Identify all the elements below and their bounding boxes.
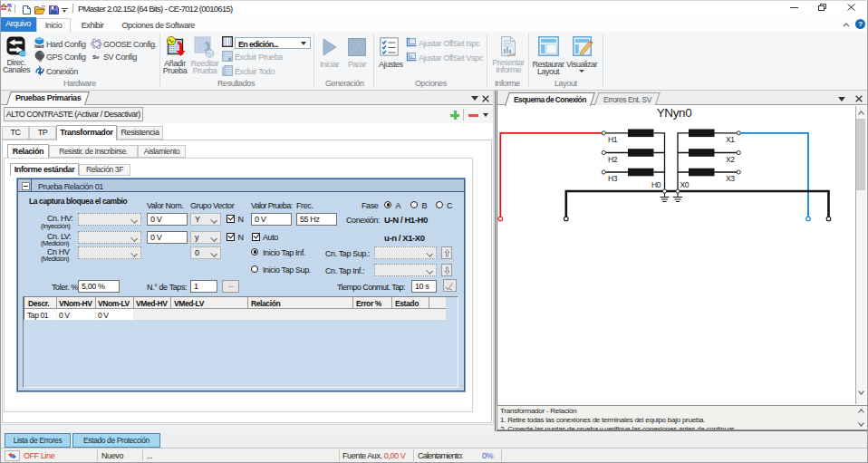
svg-text:H2: H2	[608, 155, 618, 164]
svg-text:H1: H1	[608, 135, 618, 144]
svg-text:X2: X2	[726, 155, 735, 164]
svg-text:A: A	[8, 7, 12, 12]
svg-text:X3: X3	[726, 174, 735, 183]
svg-text:H3: H3	[608, 174, 618, 183]
svg-text:hard: hard	[34, 43, 43, 48]
svg-text:YNyn0: YNyn0	[657, 106, 692, 120]
svg-text:H0: H0	[651, 180, 661, 189]
svg-text:X1: X1	[726, 135, 735, 144]
svg-text:X0: X0	[680, 180, 690, 189]
